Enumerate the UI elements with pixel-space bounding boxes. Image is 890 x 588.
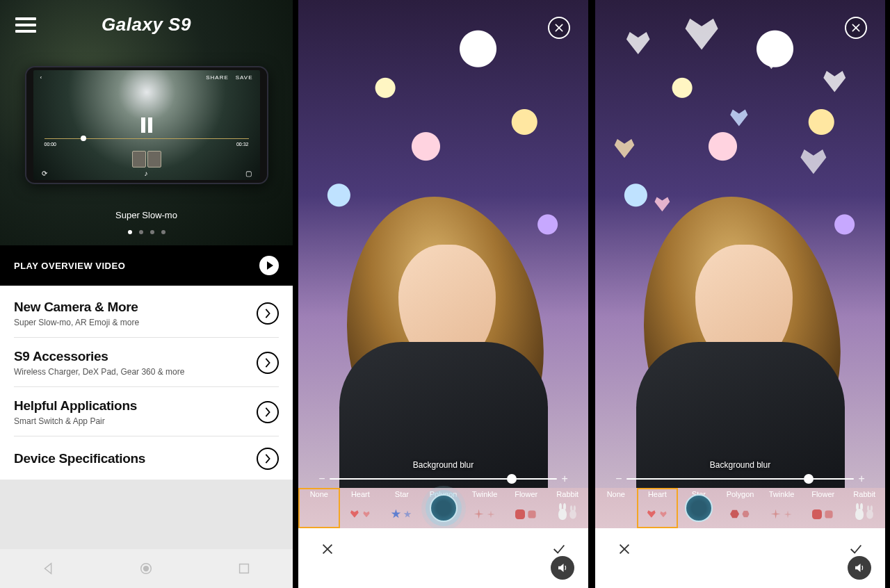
background-blur-control: Background blur − + xyxy=(298,460,588,488)
effect-none[interactable]: None xyxy=(298,488,340,528)
portrait-subject xyxy=(325,154,562,488)
effect-polygon[interactable]: Polygon xyxy=(720,488,761,528)
photo-preview[interactable]: Background blur − + xyxy=(595,0,885,488)
effect-label: Rabbit xyxy=(556,490,578,500)
carousel-dot[interactable] xyxy=(150,230,154,234)
svg-point-1 xyxy=(143,566,149,571)
chevron-right-icon[interactable] xyxy=(257,448,279,470)
close-button[interactable] xyxy=(548,17,570,39)
crop-icon[interactable]: ▢ xyxy=(245,170,252,177)
speaker-button[interactable] xyxy=(848,556,871,580)
menu-item[interactable]: Helpful ApplicationsSmart Switch & App P… xyxy=(14,387,279,436)
menu-item[interactable]: New Camera & MoreSuper Slow-mo, AR Emoji… xyxy=(14,288,279,338)
menu-item-subtitle: Super Slow-mo, AR Emoji & more xyxy=(14,318,139,327)
effect-label: Twinkle xyxy=(472,490,498,500)
plus-icon[interactable]: + xyxy=(561,473,567,485)
menu-item-title: Device Specifications xyxy=(14,451,145,466)
back-arrow-icon[interactable]: ‹ xyxy=(40,74,43,81)
play-overview-label: PLAY OVERVIEW VIDEO xyxy=(14,261,125,271)
effect-rabbit[interactable]: Rabbit xyxy=(843,488,885,528)
effect-selector: NoneHeartStarPolygonTwinkleFlowerRabbit xyxy=(298,488,588,528)
effect-label: None xyxy=(310,490,328,500)
page-title: Galaxy S9 xyxy=(102,14,191,35)
play-overview-row[interactable]: PLAY OVERVIEW VIDEO xyxy=(0,245,293,286)
speaker-button[interactable] xyxy=(551,556,574,580)
time-start: 00:00 xyxy=(44,142,57,147)
nav-recent-button[interactable] xyxy=(236,561,252,576)
svg-rect-2 xyxy=(239,564,248,573)
minus-icon[interactable]: − xyxy=(615,473,622,485)
minus-icon[interactable]: − xyxy=(318,473,325,485)
effect-rabbit[interactable]: Rabbit xyxy=(547,488,588,528)
pause-icon[interactable] xyxy=(139,117,154,133)
plus-icon[interactable]: + xyxy=(858,473,864,485)
menu-item-subtitle: Smart Switch & App Pair xyxy=(14,416,137,426)
cancel-button[interactable] xyxy=(613,538,636,560)
carousel-dot[interactable] xyxy=(139,230,143,234)
blur-label: Background blur xyxy=(710,460,770,470)
menu-item-subtitle: Wireless Charger, DeX Pad, Gear 360 & mo… xyxy=(14,367,184,377)
effect-twinkle[interactable]: Twinkle xyxy=(464,488,505,528)
effect-label: Polygon xyxy=(727,490,754,500)
effect-label: Star xyxy=(395,490,409,500)
photo-preview[interactable]: Background blur − + xyxy=(298,0,588,488)
hero: Galaxy S9 ‹ SHARE SAVE 00:00 00:32 xyxy=(0,0,293,245)
time-end: 00:32 xyxy=(236,142,249,147)
video-preview-phone[interactable]: ‹ SHARE SAVE 00:00 00:32 ⟳ xyxy=(25,66,268,184)
effect-twinkle[interactable]: Twinkle xyxy=(761,488,802,528)
effect-heart[interactable]: Heart xyxy=(340,488,382,528)
chevron-right-icon[interactable] xyxy=(257,302,279,325)
galaxy-s9-menu-panel: Galaxy S9 ‹ SHARE SAVE 00:00 00:32 xyxy=(0,0,293,588)
effect-label: Rabbit xyxy=(853,490,875,500)
shutter-button[interactable] xyxy=(685,494,713,522)
menu-item-title: New Camera & More xyxy=(14,300,139,315)
loop-icon[interactable]: ⟳ xyxy=(42,170,47,177)
cancel-button[interactable] xyxy=(316,538,339,560)
effect-label: None xyxy=(607,490,625,500)
music-icon[interactable]: ♪ xyxy=(145,170,148,177)
effect-star[interactable]: Star xyxy=(381,488,423,528)
effect-label: Flower xyxy=(811,490,834,500)
blur-label: Background blur xyxy=(413,460,474,470)
menu-item-title: S9 Accessories xyxy=(14,349,184,364)
carousel-dots[interactable] xyxy=(0,230,293,234)
editor-panel-heart: Background blur − + NoneHeartStarPolygon… xyxy=(594,0,887,588)
portrait-subject xyxy=(622,154,859,488)
shutter-button[interactable] xyxy=(430,494,458,522)
menu-list: New Camera & MoreSuper Slow-mo, AR Emoji… xyxy=(0,286,293,480)
effect-label: Heart xyxy=(351,490,370,500)
close-button[interactable] xyxy=(845,17,867,39)
android-navbar xyxy=(0,549,293,588)
chevron-right-icon[interactable] xyxy=(257,352,279,374)
effect-selector: NoneHeartStarPolygonTwinkleFlowerRabbit xyxy=(595,488,885,528)
effect-label: Twinkle xyxy=(769,490,795,500)
editor-footer xyxy=(298,528,588,588)
editor-panel-none: Background blur − + NoneHeartStarPolygon… xyxy=(297,0,590,588)
share-label[interactable]: SHARE xyxy=(206,74,229,81)
menu-item[interactable]: S9 AccessoriesWireless Charger, DeX Pad,… xyxy=(14,338,279,387)
clip-thumbnails[interactable] xyxy=(132,151,161,168)
editor-footer xyxy=(595,528,885,588)
blur-slider[interactable]: − + xyxy=(615,473,865,485)
slider-knob[interactable] xyxy=(507,474,517,484)
blur-slider[interactable]: − + xyxy=(318,473,568,485)
nav-back-button[interactable] xyxy=(41,561,56,576)
background-blur-control: Background blur − + xyxy=(595,460,885,488)
slider-knob[interactable] xyxy=(804,474,814,484)
play-icon[interactable] xyxy=(259,256,279,275)
menu-item-title: Helpful Applications xyxy=(14,398,137,414)
effect-flower[interactable]: Flower xyxy=(505,488,547,528)
nav-home-button[interactable] xyxy=(138,561,154,576)
hamburger-menu-icon[interactable] xyxy=(15,17,36,33)
video-timeline[interactable]: 00:00 00:32 xyxy=(44,138,249,147)
menu-item[interactable]: Device Specifications xyxy=(14,436,279,480)
save-label[interactable]: SAVE xyxy=(236,74,253,81)
chevron-right-icon[interactable] xyxy=(257,401,279,423)
effect-label: Flower xyxy=(515,490,537,500)
effect-heart[interactable]: Heart xyxy=(637,488,679,528)
effect-label: Heart xyxy=(648,490,667,500)
effect-none[interactable]: None xyxy=(595,488,637,528)
carousel-dot[interactable] xyxy=(128,230,132,234)
effect-flower[interactable]: Flower xyxy=(802,488,844,528)
carousel-dot[interactable] xyxy=(161,230,165,234)
